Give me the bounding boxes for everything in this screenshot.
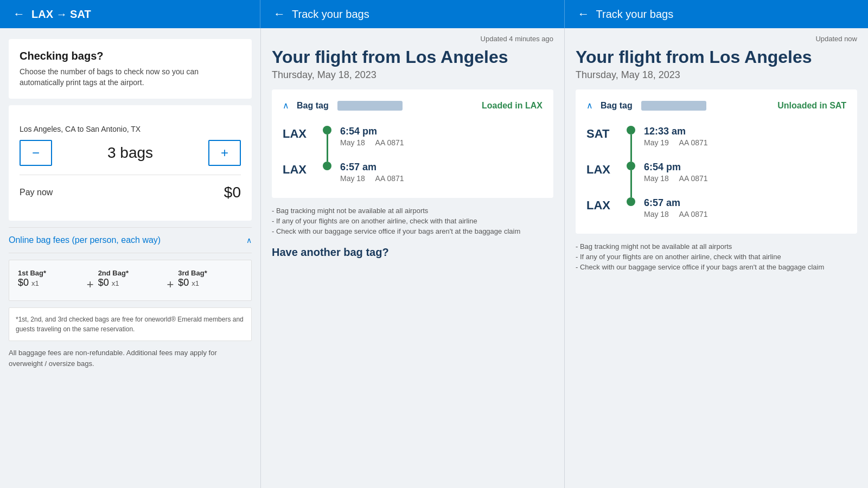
right-info-2: 6:54 pm May 18 AA 0871 (637, 162, 708, 183)
right-flight-date: Thursday, May 18, 2023 (576, 69, 857, 81)
right-flight-title: Your flight from Los Angeles (576, 47, 857, 67)
right-airport-3: LAX (586, 197, 624, 213)
right-timeline-item-3: LAX 6:57 am May 18 AA 0871 (586, 197, 846, 219)
right-date-2: May 18 AA 0871 (644, 174, 708, 183)
right-dot-2 (627, 162, 635, 170)
bottom-note: All baggage fees are non-refundable. Add… (9, 348, 252, 369)
middle-bag-tag-label: Bag tag (297, 101, 329, 111)
left-panel: Checking bags? Choose the number of bags… (0, 28, 260, 488)
fee-col-2: 2nd Bag* $0 x1 (98, 269, 163, 288)
increment-button[interactable]: + (208, 140, 241, 166)
middle-flight-date: Thursday, May 18, 2023 (272, 69, 553, 81)
bag-count-display: 3 bags (107, 144, 153, 162)
right-info-3: 6:57 am May 18 AA 0871 (637, 197, 708, 219)
top-bar: ← LAX → SAT ← Track your bags ← Track yo… (0, 0, 868, 28)
right-nav-section: ← Track your bags (565, 0, 869, 28)
right-bag-tag-label: Bag tag (601, 101, 633, 111)
checking-bags-card: Checking bags? Choose the number of bags… (9, 39, 252, 99)
right-connector-2 (624, 162, 637, 197)
right-dot-3 (627, 197, 635, 206)
right-back-button[interactable]: ← (578, 7, 590, 21)
fees-title: Online bag fees (per person, each way) (9, 235, 161, 245)
right-title: Track your bags (596, 8, 674, 21)
middle-note-1: - Bag tracking might not be available at… (272, 207, 553, 215)
middle-flight-title: Your flight from Los Angeles (272, 47, 553, 67)
middle-panel: Updated 4 minutes ago Your flight from L… (260, 28, 564, 488)
middle-nav-section: ← Track your bags (260, 0, 565, 28)
decrement-button[interactable]: − (20, 140, 52, 166)
right-bag-card-header: ∧ Bag tag Unloaded in SAT (586, 100, 846, 111)
timeline-dot-2 (323, 162, 331, 170)
middle-bag-tag-left: ∧ Bag tag (283, 100, 403, 111)
right-panel: Updated now Your flight from Los Angeles… (564, 28, 868, 488)
right-notes: - Bag tracking might not be available at… (576, 242, 857, 271)
pay-label: Pay now (20, 188, 53, 197)
right-note-2: - If any of your flights are on another … (576, 253, 857, 261)
fees-footnote: *1st, 2nd, and 3rd checked bags are free… (9, 307, 252, 341)
right-airport-1: SAT (586, 126, 624, 141)
middle-bag-card: ∧ Bag tag Loaded in LAX LAX 6:54 pm (272, 89, 553, 198)
bag3-label: 3rd Bag* (178, 269, 242, 277)
fees-row: 1st Bag* $0 x1 + 2nd Bag* $0 x1 (18, 269, 242, 292)
chevron-up-icon: ∧ (246, 236, 252, 245)
right-line-1 (630, 134, 632, 162)
right-time-3: 6:57 am (644, 197, 708, 209)
bag1-value: $0 x1 (18, 277, 82, 288)
route-label: LAX → SAT (31, 8, 91, 21)
timeline-date-2: May 18 AA 0871 (340, 174, 404, 183)
timeline-airport-2: LAX (283, 162, 321, 177)
right-note-3: - Check with our baggage service office … (576, 263, 857, 271)
middle-note-2: - If any of your flights are on another … (272, 217, 553, 225)
right-connector-1 (624, 126, 637, 162)
bag-counter: − 3 bags + (20, 140, 241, 166)
middle-timeline: LAX 6:54 pm May 18 AA 0871 (283, 121, 542, 187)
middle-title: Track your bags (292, 8, 369, 21)
bag1-label: 1st Bag* (18, 269, 82, 277)
fees-table: 1st Bag* $0 x1 + 2nd Bag* $0 x1 (9, 260, 252, 301)
middle-bag-card-header: ∧ Bag tag Loaded in LAX (283, 100, 542, 111)
right-timeline-item-2: LAX 6:54 pm May 18 AA 0871 (586, 162, 846, 197)
middle-back-button[interactable]: ← (273, 7, 285, 21)
right-airport-2: LAX (586, 162, 624, 177)
timeline-date-1: May 18 AA 0871 (340, 138, 404, 147)
bag3-value: $0 x1 (178, 277, 242, 288)
right-bag-status: Unloaded in SAT (777, 101, 846, 111)
timeline-info-2: 6:57 am May 18 AA 0871 (334, 162, 404, 183)
checking-bags-title: Checking bags? (20, 50, 241, 62)
timeline-info-1: 6:54 pm May 18 AA 0871 (334, 126, 404, 147)
right-timeline: SAT 12:33 am May 19 AA 0871 (586, 121, 846, 223)
right-connector-3 (624, 197, 637, 206)
pay-row: Pay now $0 (20, 175, 241, 210)
timeline-time-1: 6:54 pm (340, 126, 404, 137)
middle-updated: Updated 4 minutes ago (272, 35, 553, 43)
middle-bag-tag-bar (337, 101, 403, 111)
fee-col-1: 1st Bag* $0 x1 (18, 269, 82, 288)
middle-notes: - Bag tracking might not be available at… (272, 207, 553, 235)
bag-count-card: Los Angeles, CA to San Antonio, TX − 3 b… (9, 105, 252, 221)
right-bag-tag-left: ∧ Bag tag (586, 100, 706, 111)
timeline-item-1: LAX 6:54 pm May 18 AA 0871 (283, 126, 542, 162)
bag2-value: $0 x1 (98, 277, 163, 288)
plus-separator-2: + (167, 269, 174, 292)
right-note-1: - Bag tracking might not be available at… (576, 242, 857, 251)
middle-chevron-icon[interactable]: ∧ (283, 100, 289, 111)
timeline-connector-2 (321, 162, 334, 170)
route-label-text: Los Angeles, CA to San Antonio, TX (20, 125, 241, 133)
bag2-label: 2nd Bag* (98, 269, 163, 277)
pay-amount: $0 (224, 184, 241, 201)
have-another-bag-tag: Have another bag tag? (272, 246, 553, 259)
right-timeline-item-1: SAT 12:33 am May 19 AA 0871 (586, 126, 846, 162)
fee-col-3: 3rd Bag* $0 x1 (178, 269, 242, 288)
left-back-button[interactable]: ← (13, 7, 25, 21)
plus-separator-1: + (87, 269, 94, 292)
right-date-3: May 18 AA 0871 (644, 210, 708, 219)
right-dot-1 (627, 126, 635, 134)
middle-note-3: - Check with our baggage service office … (272, 227, 553, 235)
left-nav-section: ← LAX → SAT (0, 0, 260, 28)
fees-header[interactable]: Online bag fees (per person, each way) ∧ (9, 227, 252, 253)
middle-bag-status: Loaded in LAX (482, 101, 542, 111)
right-date-1: May 19 AA 0871 (644, 138, 708, 147)
right-time-1: 12:33 am (644, 126, 708, 137)
main-content: Checking bags? Choose the number of bags… (0, 28, 868, 488)
right-chevron-icon[interactable]: ∧ (586, 100, 593, 111)
